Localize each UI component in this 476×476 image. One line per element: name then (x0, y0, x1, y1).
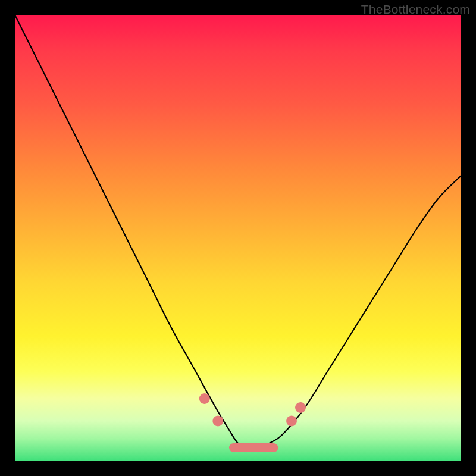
right-lower-dot (286, 416, 297, 427)
left-upper-dot (199, 393, 210, 404)
outer-frame: TheBottleneck.com (0, 0, 476, 476)
left-lower-dot (212, 416, 223, 427)
bottleneck-curve (15, 15, 461, 448)
chart-svg (15, 15, 461, 461)
watermark-text: TheBottleneck.com (361, 2, 470, 17)
right-upper-dot (295, 402, 306, 413)
plot-area (15, 15, 461, 461)
marker-dots (199, 393, 306, 427)
